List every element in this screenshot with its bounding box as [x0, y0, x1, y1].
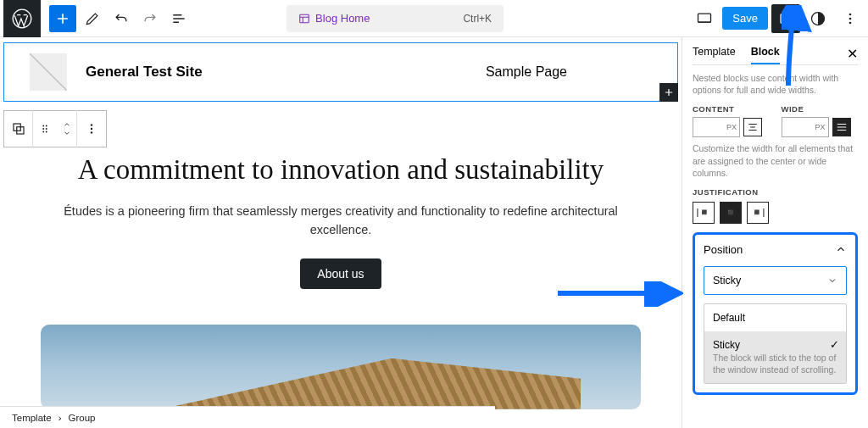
svg-point-17 — [91, 128, 92, 130]
justify-center-button[interactable]: ◾ — [720, 202, 742, 224]
group-icon — [11, 121, 26, 136]
document-bar[interactable]: Blog Home Ctrl+K — [287, 5, 504, 32]
undo-button[interactable] — [108, 6, 134, 31]
option-sticky-desc: The block will stick to the top of the w… — [713, 353, 837, 375]
svg-point-14 — [42, 131, 44, 133]
site-logo-placeholder[interactable] — [30, 53, 67, 91]
width-description: Customize the width for all elements tha… — [693, 142, 858, 179]
position-dropdown: Default Sticky ✓ The block will stick to… — [704, 303, 847, 384]
svg-point-12 — [42, 128, 44, 130]
plus-icon — [663, 86, 675, 98]
layout-icon — [298, 13, 310, 25]
chevron-up-icon[interactable] — [62, 120, 72, 129]
svg-point-18 — [91, 131, 92, 133]
block-toolbar — [3, 110, 107, 147]
svg-point-16 — [91, 124, 92, 125]
align-center-icon — [747, 121, 759, 133]
breadcrumb-group[interactable]: Group — [69, 413, 96, 423]
align-wide-icon — [836, 121, 848, 133]
redo-icon — [142, 10, 159, 27]
site-title[interactable]: General Test Site — [86, 64, 203, 81]
chevron-up-icon[interactable] — [835, 243, 847, 255]
close-sidebar-button[interactable]: ✕ — [847, 46, 858, 64]
position-option-sticky[interactable]: Sticky ✓ The block will stick to the top… — [704, 331, 846, 383]
position-option-default[interactable]: Default — [704, 304, 846, 331]
wordpress-logo[interactable] — [3, 0, 41, 37]
block-options-button[interactable] — [77, 110, 106, 147]
options-button[interactable] — [837, 6, 863, 31]
wordpress-icon — [11, 8, 33, 30]
justification-label: JUSTIFICATION — [693, 187, 858, 197]
block-inserter-button[interactable] — [49, 5, 76, 32]
undo-icon — [113, 10, 130, 27]
breadcrumb-template[interactable]: Template — [12, 413, 52, 423]
svg-rect-1 — [300, 14, 309, 22]
svg-point-7 — [849, 21, 852, 24]
svg-point-11 — [46, 125, 47, 127]
more-vertical-icon — [84, 121, 99, 136]
block-appender-button[interactable] — [659, 83, 678, 102]
about-us-button[interactable]: About us — [300, 258, 381, 289]
svg-point-5 — [849, 13, 852, 15]
check-icon: ✓ — [830, 338, 839, 351]
wide-width-input[interactable] — [782, 117, 829, 137]
tab-block[interactable]: Block — [751, 46, 780, 64]
drag-handle[interactable] — [33, 110, 57, 147]
document-title: Blog Home — [315, 12, 370, 25]
command-shortcut: Ctrl+K — [463, 13, 492, 25]
block-type-button[interactable] — [4, 110, 33, 147]
edit-tool-button[interactable] — [80, 6, 105, 31]
sidebar-tabs: Template Block ✕ — [693, 46, 858, 65]
pencil-icon — [84, 10, 101, 27]
position-panel: Position Sticky Default Sticky ✓ The blo… — [693, 232, 858, 395]
plus-icon — [54, 10, 71, 27]
redo-button[interactable] — [137, 6, 163, 31]
chevron-right-icon: › — [58, 413, 62, 423]
hero-image[interactable] — [41, 325, 641, 409]
settings-toggle-button[interactable] — [771, 4, 800, 33]
settings-sidebar: Template Block ✕ Nested blocks use conte… — [682, 37, 868, 428]
option-sticky-label: Sticky — [713, 339, 740, 351]
more-vertical-icon — [842, 10, 859, 27]
tab-template[interactable]: Template — [693, 46, 736, 64]
list-icon — [170, 10, 187, 27]
svg-point-15 — [46, 131, 47, 133]
header-group-block[interactable]: General Test Site Sample Page — [3, 42, 678, 102]
justify-left-button[interactable]: |◾ — [693, 202, 715, 224]
content-width-label: CONTENT — [693, 104, 770, 114]
svg-rect-3 — [781, 14, 791, 23]
wide-align-button[interactable] — [832, 118, 851, 136]
position-panel-title: Position — [704, 243, 743, 256]
content-align-button[interactable] — [743, 118, 762, 136]
desktop-icon — [696, 10, 713, 27]
block-movers — [57, 110, 77, 147]
svg-point-10 — [42, 125, 44, 127]
top-toolbar: Blog Home Ctrl+K Save — [0, 0, 868, 37]
justify-right-button[interactable]: ◾| — [747, 202, 769, 224]
contrast-icon — [810, 10, 826, 27]
justification-controls: |◾ ◾ ◾| — [693, 202, 858, 224]
styles-button[interactable] — [805, 6, 831, 31]
hero-heading[interactable]: A commitment to innovation and sustainab… — [51, 153, 631, 187]
svg-rect-2 — [698, 14, 711, 22]
option-default-label: Default — [713, 312, 745, 324]
position-select[interactable]: Sticky — [704, 266, 847, 295]
chevron-down-icon — [827, 275, 837, 286]
chevron-down-icon[interactable] — [62, 129, 72, 137]
block-breadcrumb: Template › Group — [0, 406, 495, 428]
editor-canvas: General Test Site Sample Page A commitme… — [0, 37, 682, 428]
content-width-input[interactable] — [693, 117, 740, 137]
svg-point-13 — [46, 128, 47, 130]
hero-paragraph[interactable]: Études is a pioneering firm that seamles… — [51, 203, 631, 240]
layout-description: Nested blocks use content width with opt… — [693, 72, 858, 96]
svg-point-6 — [849, 17, 852, 19]
drag-icon — [39, 123, 51, 135]
wide-width-label: WIDE — [782, 104, 859, 114]
document-overview-button[interactable] — [166, 6, 192, 31]
view-button[interactable] — [692, 6, 717, 31]
position-selected-value: Sticky — [713, 275, 741, 286]
save-button[interactable]: Save — [722, 7, 768, 30]
nav-link-sample[interactable]: Sample Page — [486, 64, 567, 80]
hero-section: A commitment to innovation and sustainab… — [0, 153, 682, 289]
sidebar-icon — [778, 11, 793, 26]
